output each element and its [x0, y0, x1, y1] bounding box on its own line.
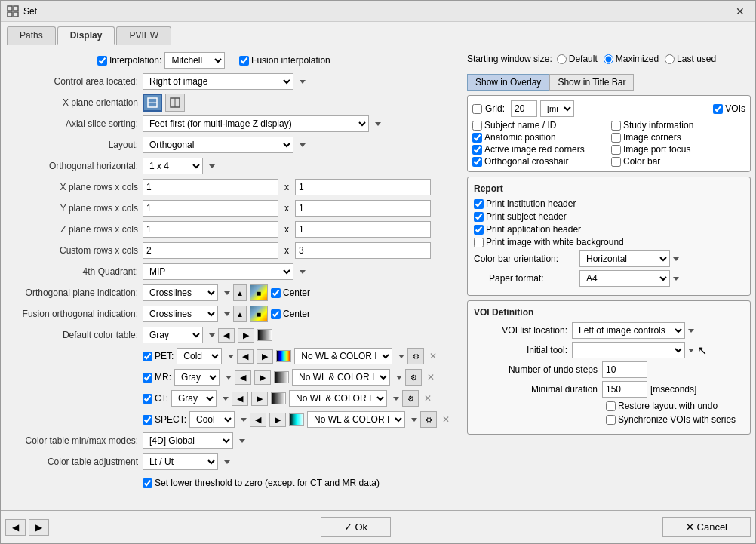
- fusion-interp-label[interactable]: Fusion interpolation: [239, 55, 330, 66]
- anatomic-pos-checkbox[interactable]: [472, 133, 482, 143]
- cancel-button[interactable]: ✕ Cancel: [662, 517, 751, 537]
- ct-checkbox-label[interactable]: CT:: [143, 393, 168, 404]
- image-port-label[interactable]: Image port focus: [611, 144, 745, 155]
- grid-unit-select[interactable]: [mm]: [540, 100, 574, 117]
- print-application-label[interactable]: Print application header: [474, 224, 581, 235]
- show-in-title-bar-btn[interactable]: Show in Title Bar: [549, 74, 634, 91]
- color-bar-checkbox[interactable]: [611, 157, 621, 167]
- pet-checkbox[interactable]: [143, 352, 152, 361]
- interpolation-select[interactable]: Mitchell: [164, 52, 225, 69]
- ortho-center-checkbox[interactable]: [271, 288, 281, 298]
- custom-rows-val1[interactable]: [143, 242, 278, 259]
- ct-next[interactable]: ▶: [251, 392, 268, 406]
- y-plane-rows-val1[interactable]: [143, 200, 278, 217]
- fusion-ortho-select[interactable]: Crosslines: [143, 306, 218, 322]
- fusion-ortho-up[interactable]: ▲: [233, 306, 247, 322]
- image-corners-label[interactable]: Image corners: [611, 132, 745, 143]
- spect-close[interactable]: ✕: [440, 414, 452, 425]
- ct-prev[interactable]: ◀: [232, 392, 248, 406]
- color-bar-label[interactable]: Color bar: [611, 156, 745, 167]
- x-plane-icon2[interactable]: [165, 94, 185, 112]
- ct-select[interactable]: Gray: [171, 390, 217, 407]
- lower-threshold-label[interactable]: Set lower threshold to zero (except for …: [143, 478, 380, 488]
- orthogonal-crosshair-label[interactable]: Orthogonal crosshair: [472, 156, 607, 167]
- pet-checkbox-label[interactable]: PET:: [143, 351, 174, 361]
- pet-wl-select[interactable]: No WL & COLOR INI: [294, 348, 392, 364]
- mr-next[interactable]: ▶: [254, 370, 271, 385]
- print-subject-label[interactable]: Print subject header: [474, 211, 567, 222]
- tab-display[interactable]: Display: [57, 26, 115, 45]
- show-in-overlay-btn[interactable]: Show in Overlay: [467, 74, 549, 91]
- control-area-select[interactable]: Right of image: [143, 73, 293, 90]
- sw-lastused-radio[interactable]: [665, 54, 675, 64]
- color-bar-orientation-select[interactable]: Horizontal: [579, 250, 670, 267]
- color-table-adj-select[interactable]: Lt / Ut: [143, 453, 218, 470]
- active-image-checkbox[interactable]: [472, 145, 482, 155]
- grid-value[interactable]: [511, 100, 537, 117]
- ct-gear[interactable]: ⚙: [402, 390, 419, 407]
- fourth-quadrant-select[interactable]: MIP: [143, 263, 293, 280]
- sw-maximized-radio[interactable]: [604, 54, 613, 64]
- x-plane-rows-val2[interactable]: [295, 179, 431, 195]
- default-color-prev[interactable]: ◀: [218, 328, 235, 343]
- sync-vois-checkbox[interactable]: [606, 415, 616, 425]
- sw-default-label[interactable]: Default: [557, 54, 598, 64]
- ct-swatch[interactable]: [271, 392, 286, 404]
- close-button[interactable]: ✕: [731, 4, 749, 19]
- pet-next[interactable]: ▶: [257, 349, 273, 364]
- study-info-label[interactable]: Study information: [611, 120, 745, 131]
- sw-maximized-label[interactable]: Maximized: [604, 54, 659, 64]
- spect-checkbox[interactable]: [143, 415, 152, 425]
- restore-layout-label[interactable]: Restore layout with undo: [606, 401, 718, 411]
- fusion-center-checkbox[interactable]: [271, 309, 281, 319]
- vois-checkbox-label[interactable]: VOIs: [713, 103, 745, 114]
- fusion-center-label[interactable]: Center: [271, 309, 310, 319]
- study-info-checkbox[interactable]: [611, 121, 621, 131]
- paper-format-select[interactable]: A4: [579, 270, 670, 287]
- print-institution-checkbox[interactable]: [474, 199, 484, 209]
- pet-swatch[interactable]: [276, 350, 291, 362]
- restore-layout-checkbox[interactable]: [606, 401, 616, 411]
- prev-arrow-btn[interactable]: ◀: [5, 519, 26, 536]
- spect-next[interactable]: ▶: [269, 413, 286, 427]
- x-plane-rows-val1[interactable]: [143, 179, 278, 195]
- mr-checkbox-label[interactable]: MR:: [143, 372, 171, 383]
- sw-default-radio[interactable]: [557, 54, 567, 64]
- ortho-center-label[interactable]: Center: [271, 287, 310, 298]
- mr-select[interactable]: Gray: [174, 369, 220, 386]
- anatomic-pos-label[interactable]: Anatomic position: [472, 132, 607, 143]
- next-arrow-btn[interactable]: ▶: [29, 519, 49, 536]
- orthogonal-crosshair-checkbox[interactable]: [472, 157, 482, 167]
- vois-checkbox[interactable]: [713, 104, 723, 114]
- min-duration-input[interactable]: [602, 381, 647, 398]
- print-application-checkbox[interactable]: [474, 225, 484, 235]
- subject-name-checkbox[interactable]: [472, 121, 482, 131]
- pet-gear[interactable]: ⚙: [407, 348, 424, 364]
- spect-checkbox-label[interactable]: SPECT:: [143, 414, 186, 425]
- grid-checkbox[interactable]: [472, 104, 482, 114]
- tab-paths[interactable]: Paths: [7, 26, 56, 45]
- ortho-plane-swatch[interactable]: ■: [250, 284, 268, 301]
- initial-tool-select[interactable]: [572, 342, 685, 358]
- print-white-checkbox[interactable]: [474, 238, 484, 247]
- mr-prev[interactable]: ◀: [235, 370, 251, 385]
- default-color-select[interactable]: Gray: [143, 327, 203, 343]
- default-color-swatch[interactable]: [257, 329, 272, 341]
- print-institution-label[interactable]: Print institution header: [474, 198, 576, 209]
- ortho-plane-up[interactable]: ▲: [233, 284, 247, 301]
- ct-checkbox[interactable]: [143, 394, 152, 404]
- spect-swatch[interactable]: [289, 413, 304, 426]
- sw-lastused-label[interactable]: Last used: [665, 54, 716, 64]
- lower-threshold-checkbox[interactable]: [143, 478, 152, 488]
- default-color-next[interactable]: ▶: [238, 328, 254, 343]
- spect-gear[interactable]: ⚙: [420, 411, 437, 428]
- active-image-label[interactable]: Active image red corners: [472, 144, 607, 155]
- mr-checkbox[interactable]: [143, 373, 152, 383]
- ct-close[interactable]: ✕: [422, 393, 434, 404]
- spect-select[interactable]: Cool: [189, 411, 235, 428]
- mr-swatch[interactable]: [274, 371, 289, 383]
- fusion-interp-checkbox[interactable]: [239, 56, 249, 66]
- ok-button[interactable]: ✓ Ok: [321, 517, 391, 537]
- pet-select[interactable]: Cold: [177, 348, 222, 364]
- spect-prev[interactable]: ◀: [250, 413, 266, 427]
